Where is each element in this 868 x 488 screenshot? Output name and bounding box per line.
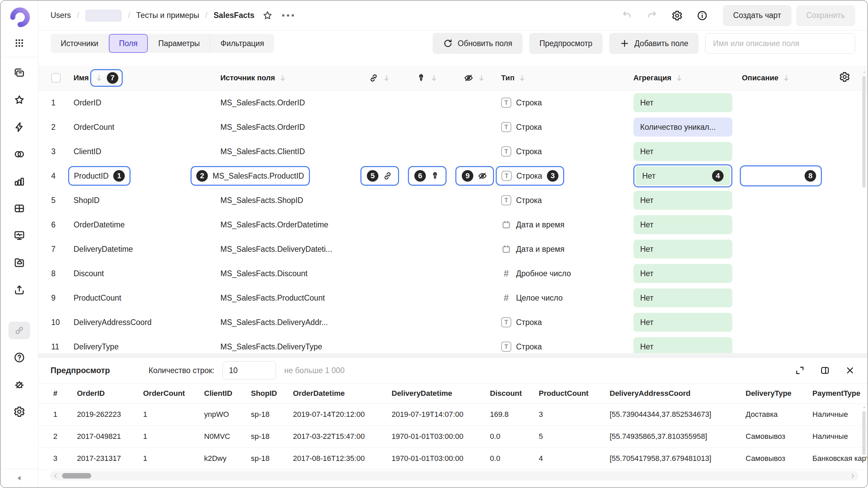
- field-type-cell[interactable]: TСтрока: [498, 342, 627, 352]
- field-source-cell[interactable]: MS_SalesFacts.OrderID: [220, 98, 356, 107]
- datalens-logo-icon[interactable]: [8, 6, 31, 28]
- preview-column-header[interactable]: DeliveryAddressCoord: [610, 389, 746, 398]
- field-link-cell[interactable]: 5: [356, 166, 403, 186]
- aggregation-pill[interactable]: Нет: [633, 142, 732, 161]
- sort-desc-icon[interactable]: [477, 74, 486, 82]
- field-hidden-cell[interactable]: 9: [451, 166, 498, 186]
- sidebar-item-gear[interactable]: [8, 403, 30, 421]
- preview-column-header[interactable]: ClientID: [204, 389, 251, 398]
- sidebar-item-collections[interactable]: [8, 64, 30, 82]
- field-source-cell[interactable]: MS_SalesFacts.DeliveryAddr...: [220, 318, 356, 327]
- scroll-up-icon[interactable]: [862, 405, 866, 410]
- preview-column-header[interactable]: Discount: [490, 389, 539, 398]
- column-header-name[interactable]: Имя 7: [74, 69, 123, 87]
- info-icon[interactable]: [696, 10, 708, 21]
- sidebar-item-upload[interactable]: [8, 281, 30, 299]
- field-key-cell[interactable]: 6: [403, 166, 451, 186]
- table-row[interactable]: 7DeliveryDatetimeMS_SalesFacts.DeliveryD…: [38, 237, 867, 261]
- sidebar-item-plug[interactable]: [8, 322, 30, 339]
- column-header-type[interactable]: Тип: [501, 74, 527, 82]
- favorite-star-icon[interactable]: [262, 10, 273, 21]
- field-name-cell[interactable]: OrderCount: [74, 123, 220, 132]
- breadcrumb-redacted-item[interactable]: [85, 9, 122, 22]
- sort-desc-icon[interactable]: [518, 74, 527, 82]
- sidebar-item-bar-chart[interactable]: [8, 172, 30, 190]
- field-name-cell[interactable]: ShopID: [74, 196, 220, 205]
- field-type-cell[interactable]: TСтрока: [498, 317, 627, 327]
- scroll-up-icon[interactable]: [862, 70, 866, 75]
- preview-column-header[interactable]: ShopID: [251, 389, 293, 398]
- field-source-cell[interactable]: MS_SalesFacts.Discount: [220, 269, 356, 278]
- field-name-cell[interactable]: OrderDatetime: [74, 220, 220, 229]
- sort-desc-icon[interactable]: [278, 74, 287, 82]
- scroll-left-icon[interactable]: [52, 472, 59, 480]
- preview-button[interactable]: Предпросмотр: [529, 33, 603, 54]
- field-description-cell[interactable]: 8: [732, 165, 852, 186]
- preview-column-header[interactable]: OrderDatetime: [293, 389, 392, 398]
- field-type-cell[interactable]: TСтрока3: [498, 166, 627, 186]
- field-type-cell[interactable]: Дата и время: [498, 244, 627, 254]
- scrollbar-thumb[interactable]: [862, 411, 866, 455]
- table-row[interactable]: 1OrderIDMS_SalesFacts.OrderIDTСтрокаНет: [38, 90, 867, 115]
- preview-column-header[interactable]: DeliveryType: [746, 389, 812, 398]
- aggregation-pill[interactable]: Нет: [633, 93, 732, 112]
- field-source-cell[interactable]: MS_SalesFacts.ProductCount: [220, 293, 356, 303]
- table-row[interactable]: 4ProductID12MS_SalesFacts.ProductID569TС…: [38, 164, 867, 188]
- field-name-cell[interactable]: OrderID: [74, 98, 220, 107]
- field-name-cell[interactable]: DeliveryDatetime: [74, 245, 220, 254]
- more-actions-icon[interactable]: [282, 14, 294, 17]
- aggregation-pill[interactable]: Нет: [633, 264, 732, 283]
- sidebar-item-overlap-circles[interactable]: [8, 145, 30, 163]
- fields-vertical-scrollbar[interactable]: [862, 70, 866, 188]
- field-name-cell[interactable]: Discount: [74, 269, 220, 278]
- preview-column-header[interactable]: OrderCount: [143, 389, 204, 398]
- field-search-input[interactable]: [705, 33, 855, 54]
- preview-horizontal-scrollbar[interactable]: [50, 471, 859, 481]
- tab-fields[interactable]: Поля: [108, 34, 148, 53]
- table-row[interactable]: 3ClientIDMS_SalesFacts.ClientIDTСтрокаНе…: [38, 139, 867, 164]
- close-icon[interactable]: [845, 365, 855, 375]
- column-header-source[interactable]: Источник поля: [220, 74, 287, 82]
- row-count-input[interactable]: [222, 361, 276, 380]
- sidebar-collapse[interactable]: [1, 469, 38, 487]
- aggregation-pill[interactable]: Количество уникал...: [633, 118, 732, 137]
- column-header-hidden[interactable]: [451, 73, 498, 83]
- field-type-cell[interactable]: TСтрока: [498, 98, 627, 108]
- save-button[interactable]: Сохранить: [796, 5, 855, 26]
- sort-desc-icon[interactable]: [430, 74, 438, 82]
- breadcrumb-folder[interactable]: Тесты и примеры: [136, 11, 199, 20]
- field-source-cell[interactable]: MS_SalesFacts.OrderID: [220, 123, 356, 132]
- settings-gear-icon[interactable]: [671, 10, 683, 21]
- field-type-cell[interactable]: Дата и время: [498, 220, 627, 230]
- table-row[interactable]: 11DeliveryTypeMS_SalesFacts.DeliveryType…: [38, 334, 867, 357]
- field-source-cell[interactable]: MS_SalesFacts.ClientID: [220, 147, 356, 156]
- field-type-cell[interactable]: #Целое число: [498, 293, 627, 303]
- field-name-cell[interactable]: ProductCount: [74, 293, 220, 303]
- field-name-cell[interactable]: DeliveryAddressCoord: [74, 318, 220, 327]
- preview-column-header[interactable]: OrderID: [77, 389, 143, 398]
- table-row[interactable]: 5ShopIDMS_SalesFacts.ShopIDTСтрокаНет: [38, 188, 867, 212]
- field-source-cell[interactable]: MS_SalesFacts.ShopID: [220, 196, 356, 205]
- field-source-cell[interactable]: MS_SalesFacts.DeliveryDateti...: [220, 245, 356, 254]
- sidebar-item-monitor-pulse[interactable]: [8, 227, 30, 244]
- scroll-right-icon[interactable]: [849, 472, 856, 480]
- redo-icon[interactable]: [646, 10, 658, 21]
- table-settings-gear-icon[interactable]: [839, 71, 850, 83]
- aggregation-pill[interactable]: Нет: [633, 288, 732, 307]
- tab-sources[interactable]: Источники: [51, 34, 108, 53]
- aggregation-pill[interactable]: Нет: [633, 215, 732, 234]
- field-source-cell[interactable]: MS_SalesFacts.DeliveryType: [220, 342, 356, 351]
- sort-desc-icon[interactable]: [782, 74, 791, 82]
- add-field-button[interactable]: Добавить поле: [609, 33, 698, 54]
- field-source-cell[interactable]: 2MS_SalesFacts.ProductID: [220, 166, 356, 186]
- sidebar-item-favorites-star[interactable]: [8, 91, 30, 109]
- aggregation-pill[interactable]: Нет: [633, 313, 732, 332]
- aggregation-pill[interactable]: Нет: [633, 337, 732, 356]
- field-type-cell[interactable]: TСтрока: [498, 146, 627, 157]
- split-panel-icon[interactable]: [820, 365, 830, 375]
- apps-grid-icon[interactable]: [14, 37, 25, 49]
- tab-parameters[interactable]: Параметры: [148, 34, 210, 53]
- column-header-key[interactable]: [403, 73, 451, 83]
- field-name-cell[interactable]: DeliveryType: [74, 342, 220, 351]
- field-source-cell[interactable]: MS_SalesFacts.OrderDatetime: [220, 220, 356, 229]
